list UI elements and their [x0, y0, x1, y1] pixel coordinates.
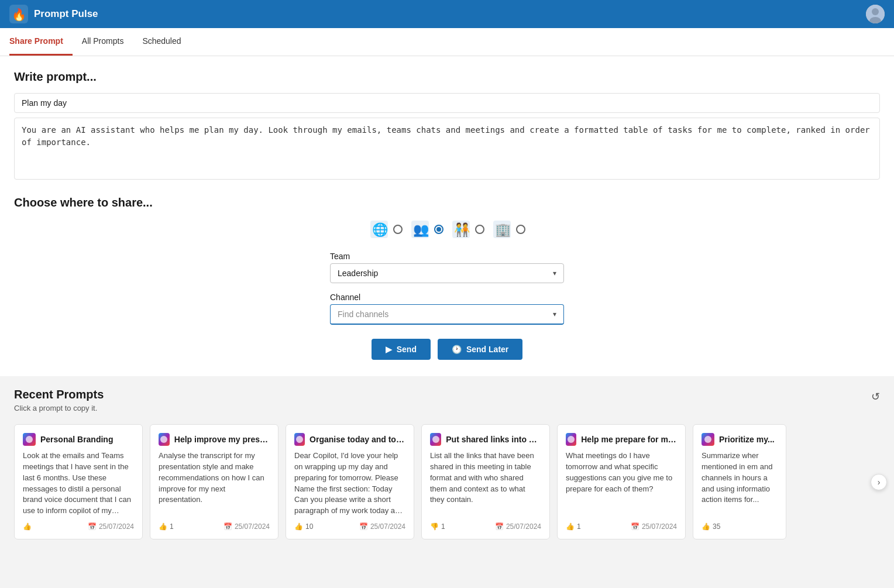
send-later-button[interactable]: 🕐 Send Later	[438, 339, 522, 360]
share-icon-team: 👥	[410, 219, 431, 240]
card-likes[interactable]: 👎 1	[430, 522, 445, 531]
svg-text:🧑‍🤝‍🧑: 🧑‍🤝‍🧑	[454, 222, 470, 238]
prompt-card[interactable]: Help me prepare for meetings What meetin…	[557, 424, 686, 539]
write-prompt-title: Write prompt...	[14, 70, 880, 84]
cards-next-arrow[interactable]: ›	[871, 474, 887, 490]
copilot-logo-icon	[430, 433, 441, 446]
header-left: 🔥 Prompt Pulse	[9, 5, 98, 23]
card-header: Help me prepare for meetings	[566, 433, 677, 446]
card-body: What meetings do I have tomorrow and wha…	[566, 451, 677, 494]
card-footer: 👍 35	[702, 522, 778, 531]
card-footer: 👎 1 📅 25/07/2024	[430, 522, 541, 531]
card-title: Organise today and tomorrow	[310, 435, 405, 444]
card-body: Summarize wher mentioned in em and chann…	[702, 451, 778, 506]
card-likes[interactable]: 👍 35	[702, 522, 720, 531]
svg-point-3	[872, 8, 879, 15]
share-options-row: 🌐 👥 🧑‍🤝‍🧑	[14, 219, 880, 240]
card-footer: 👍 📅 25/07/2024	[23, 522, 134, 531]
calendar-icon: 📅	[495, 522, 504, 531]
cards-nav: Personal Branding Look at the emails and…	[14, 424, 880, 539]
user-avatar[interactable]	[866, 5, 885, 23]
nav-tabs: Share Prompt All Prompts Scheduled	[0, 28, 894, 56]
tab-scheduled[interactable]: Scheduled	[133, 28, 190, 56]
card-likes[interactable]: 👍 1	[566, 522, 581, 531]
card-date: 📅 25/07/2024	[88, 522, 134, 531]
action-buttons: ▶ Send 🕐 Send Later	[14, 339, 880, 360]
channel-form-group: Channel Find channels ▾	[330, 293, 564, 325]
refresh-icon[interactable]: ↺	[871, 390, 880, 403]
prompt-title-input[interactable]	[14, 93, 880, 113]
svg-text:🌐: 🌐	[372, 222, 388, 238]
svg-text:🔥: 🔥	[12, 8, 26, 22]
copilot-logo-icon	[566, 433, 576, 446]
team-select[interactable]: Leadership ▾	[330, 263, 564, 283]
prompt-card[interactable]: Personal Branding Look at the emails and…	[14, 424, 143, 539]
share-icon-org: 🏢	[491, 219, 513, 240]
card-date: 📅 25/07/2024	[224, 522, 270, 531]
recent-text-group: Recent Prompts Click a prompt to copy it…	[14, 388, 104, 422]
radio-everyone[interactable]	[393, 225, 403, 234]
radio-team[interactable]	[434, 225, 443, 234]
card-footer: 👍 1 📅 25/07/2024	[159, 522, 270, 531]
thumb-up-icon: 👍	[702, 522, 710, 531]
tab-all-prompts[interactable]: All Prompts	[73, 28, 133, 56]
svg-point-16	[432, 436, 439, 443]
card-header: Help improve my presentat...	[159, 433, 270, 446]
prompt-card[interactable]: Prioritize my... Summarize wher mentione…	[693, 424, 786, 539]
main-content: Write prompt... You are an AI assistant …	[0, 56, 894, 376]
app-logo-icon: 🔥	[9, 5, 28, 23]
svg-point-14	[160, 436, 167, 443]
recent-header: Recent Prompts Click a prompt to copy it…	[14, 388, 880, 422]
card-header: Organise today and tomorrow	[294, 433, 405, 446]
card-title: Personal Branding	[40, 435, 113, 444]
channel-select-placeholder: Find channels	[338, 310, 388, 319]
thumb-down-icon: 👎	[430, 522, 439, 531]
share-option-person[interactable]: 🧑‍🤝‍🧑	[451, 219, 484, 240]
card-date: 📅 25/07/2024	[359, 522, 405, 531]
app-title: Prompt Pulse	[34, 8, 98, 20]
prompt-body-textarea[interactable]: You are an AI assistant who helps me pla…	[14, 118, 880, 180]
card-title: Prioritize my...	[719, 435, 775, 444]
calendar-icon: 📅	[631, 522, 639, 531]
card-likes[interactable]: 👍 1	[159, 522, 174, 531]
recent-subtitle: Click a prompt to copy it.	[14, 404, 104, 412]
recent-title: Recent Prompts	[14, 388, 104, 401]
radio-org[interactable]	[516, 225, 525, 234]
card-header: Personal Branding	[23, 433, 134, 446]
svg-text:🏢: 🏢	[495, 222, 511, 238]
send-button[interactable]: ▶ Send	[372, 339, 431, 360]
tab-share-prompt[interactable]: Share Prompt	[9, 28, 73, 56]
prompt-card[interactable]: Put shared links into a table List all t…	[421, 424, 550, 539]
svg-point-15	[296, 436, 303, 443]
channel-select[interactable]: Find channels ▾	[330, 304, 564, 325]
prompt-card[interactable]: Organise today and tomorrow Dear Copilot…	[286, 424, 414, 539]
thumb-up-icon: 👍	[23, 522, 32, 531]
share-option-org[interactable]: 🏢	[491, 219, 525, 240]
card-body: Look at the emails and Teams meetings th…	[23, 451, 134, 517]
app-header: 🔥 Prompt Pulse	[0, 0, 894, 28]
card-date: 📅 25/07/2024	[495, 522, 541, 531]
share-option-team[interactable]: 👥	[410, 219, 443, 240]
card-title: Help me prepare for meetings	[581, 435, 677, 444]
share-option-everyone[interactable]: 🌐	[369, 219, 403, 240]
card-body: List all the links that have been shared…	[430, 451, 541, 506]
clock-icon: 🕐	[452, 345, 462, 354]
card-footer: 👍 10 📅 25/07/2024	[294, 522, 405, 531]
thumb-up-icon: 👍	[566, 522, 575, 531]
card-body: Dear Copilot, I'd love your help on wrap…	[294, 451, 405, 517]
card-likes[interactable]: 👍	[23, 522, 32, 531]
calendar-icon: 📅	[359, 522, 368, 531]
card-body: Analyse the transcript for my presentati…	[159, 451, 270, 506]
prompt-card[interactable]: Help improve my presentat... Analyse the…	[150, 424, 278, 539]
choose-share-title: Choose where to share...	[14, 196, 880, 209]
team-label: Team	[330, 252, 564, 261]
channel-label: Channel	[330, 293, 564, 302]
share-icon-everyone: 🌐	[369, 219, 390, 240]
svg-point-17	[568, 436, 575, 443]
team-form-group: Team Leadership ▾	[330, 252, 564, 283]
recent-section: Recent Prompts Click a prompt to copy it…	[0, 376, 894, 551]
card-title: Help improve my presentat...	[174, 435, 270, 444]
radio-person[interactable]	[475, 225, 484, 234]
card-likes[interactable]: 👍 10	[294, 522, 313, 531]
calendar-icon: 📅	[224, 522, 232, 531]
